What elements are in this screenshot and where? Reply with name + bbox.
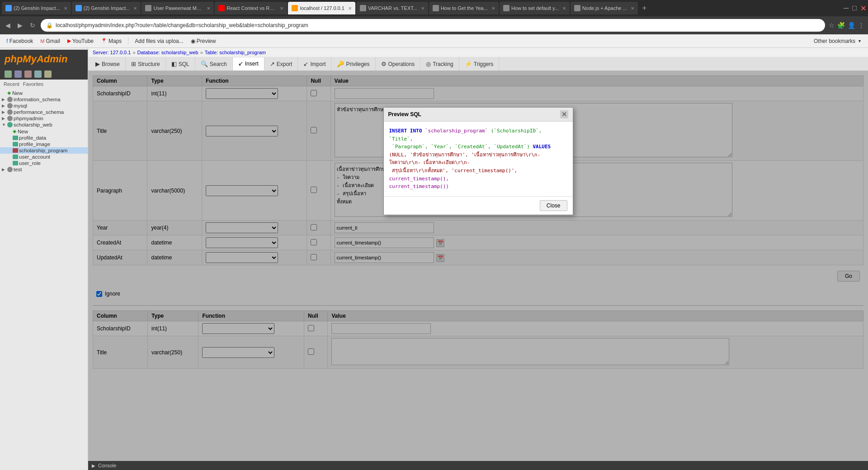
recent-tab[interactable]: Recent <box>4 81 19 87</box>
bookmark-gmail-label: Gmail <box>46 38 60 44</box>
console-label[interactable]: Console <box>98 463 116 468</box>
facebook-icon: f <box>6 38 8 44</box>
sidebar-item-performance-schema[interactable]: ▶ performance_schema <box>0 109 88 115</box>
sidebar-action-icons <box>0 69 88 80</box>
db-cylinder-icon <box>7 167 13 172</box>
tab-3[interactable]: User Paweenwat Me... ✕ <box>142 2 214 14</box>
tab-bar: (2) Genshin Impact... ✕ (2) Genshin Impa… <box>0 0 868 16</box>
tab-insert[interactable]: ↙ Insert <box>233 57 264 70</box>
favorites-tab[interactable]: Favorites <box>23 81 43 87</box>
tab-export[interactable]: ↗ Export <box>264 57 298 70</box>
modal-close-button[interactable]: Close <box>540 200 567 211</box>
gmail-icon: M <box>40 38 44 44</box>
tab-1[interactable]: (2) Genshin Impact... ✕ <box>2 2 71 14</box>
tab-1-title: (2) Genshin Impact... <box>14 5 60 11</box>
modal-close-x-button[interactable]: ✕ <box>560 110 568 118</box>
other-bookmarks[interactable]: Other bookmarks ▼ <box>811 37 864 45</box>
sidebar-item-scholarship-program[interactable]: scholarship_program <box>0 147 88 154</box>
tab-4-close[interactable]: ✕ <box>280 6 283 11</box>
bookmark-youtube[interactable]: ▶ YouTube <box>65 37 96 45</box>
db-tree: ◈ New ▶ information_schema ▶ mysql ▶ per… <box>0 89 88 174</box>
tab-operations[interactable]: ⚙ Operations <box>376 57 421 70</box>
tab-4-title: React Context vs Re... <box>226 5 276 11</box>
sidebar-item-phpmyadmin[interactable]: ▶ phpmyadmin <box>0 115 88 122</box>
new-tab-button[interactable]: + <box>639 4 650 12</box>
reload-button[interactable]: ↻ <box>28 22 37 29</box>
tab-triggers[interactable]: ⚡ Triggers <box>459 57 500 70</box>
sidebar-item-label: test <box>14 167 22 172</box>
preview-icon: ◉ <box>191 38 195 44</box>
tab-browse[interactable]: ▶ Browse <box>90 57 126 70</box>
more-icon[interactable] <box>44 70 52 78</box>
sidebar-item-profile-data[interactable]: profile_data <box>0 135 88 141</box>
sidebar-item-information-schema[interactable]: ▶ information_schema <box>0 96 88 103</box>
sidebar-item-mysql[interactable]: ▶ mysql <box>0 103 88 109</box>
maximize-button[interactable]: □ <box>852 4 857 12</box>
tab-2-close[interactable]: ✕ <box>133 6 137 11</box>
sidebar-item-new-sw[interactable]: ◈ New <box>0 128 88 135</box>
tab-sql[interactable]: ◧ SQL <box>166 57 195 70</box>
tab-search[interactable]: 🔍 Search <box>195 57 233 70</box>
address-input[interactable]: 🔒 localhost/phpmyadmin/index.php?route=/… <box>41 19 825 32</box>
sidebar-item-user-account[interactable]: user_account <box>0 154 88 160</box>
table-breadcrumb[interactable]: Table: scholarship_program <box>205 50 266 55</box>
tracking-icon: ◎ <box>426 61 431 67</box>
back-button[interactable]: ◀ <box>4 22 12 29</box>
tab-8-close[interactable]: ✕ <box>562 6 566 11</box>
sidebar-item-profile-image[interactable]: profile_image <box>0 141 88 147</box>
sidebar-item-test[interactable]: ▶ test <box>0 166 88 173</box>
tab-4[interactable]: React Context vs Re... ✕ <box>215 2 287 14</box>
db-cylinder-icon <box>7 116 13 121</box>
search-icon: 🔍 <box>201 61 208 67</box>
expand-icon: ▶ <box>2 116 6 121</box>
tab-tracking[interactable]: ◎ Tracking <box>420 57 459 70</box>
db-icon[interactable] <box>14 70 22 78</box>
sidebar-item-scholarship-web[interactable]: ▼ scholarship_web <box>0 122 88 128</box>
tab-8[interactable]: How to set default y... ✕ <box>500 2 570 14</box>
tab-9-close[interactable]: ✕ <box>631 6 634 11</box>
sql-icon[interactable] <box>24 70 32 78</box>
bookmark-star-icon[interactable]: ☆ <box>829 22 835 29</box>
tab-7-close[interactable]: ✕ <box>491 6 495 11</box>
tab-sql-label: SQL <box>179 61 189 67</box>
tab-3-close[interactable]: ✕ <box>207 6 210 11</box>
tab-2[interactable]: (2) Genshin Impact... ✕ <box>72 2 141 14</box>
bookmark-add-files[interactable]: Add files via uploa... <box>132 37 186 45</box>
bookmark-gmail[interactable]: M Gmail <box>38 37 63 45</box>
minimize-button[interactable]: ─ <box>844 4 849 12</box>
tab-5-close[interactable]: ✕ <box>348 6 352 11</box>
close-window-button[interactable]: ✕ <box>860 4 866 13</box>
tab-5-title: localhost / 127.0.0.1 <box>300 5 344 11</box>
tab-import[interactable]: ↙ Import <box>298 57 331 70</box>
bookmark-preview[interactable]: ◉ Preview <box>188 37 219 45</box>
pma-logo: phpMyAdmin <box>0 50 88 69</box>
bookmark-facebook[interactable]: f Facebook <box>4 37 36 45</box>
tab-privileges[interactable]: 🔑 Privileges <box>331 57 375 70</box>
tab-6-close[interactable]: ✕ <box>421 6 425 11</box>
sidebar-item-label: scholarship_program <box>19 148 67 153</box>
bookmark-maps[interactable]: 📍 Maps <box>98 37 124 45</box>
menu-icon[interactable]: ⋮ <box>858 22 864 29</box>
profile-icon[interactable]: 👤 <box>848 22 855 29</box>
browser-chrome: (2) Genshin Impact... ✕ (2) Genshin Impa… <box>0 0 868 48</box>
tab-9[interactable]: Node.js + Apache ... ✕ <box>571 2 638 14</box>
tab-6[interactable]: VARCHAR vs. TEXT... ✕ <box>356 2 428 14</box>
settings-icon[interactable] <box>34 70 42 78</box>
sql-insert-keyword: INSERT INTO <box>389 128 422 134</box>
server-breadcrumb[interactable]: Server: 127.0.0.1 <box>93 50 131 55</box>
import-icon: ↙ <box>303 61 308 67</box>
tab-structure[interactable]: ⊞ Structure <box>126 57 166 70</box>
extension-icon[interactable]: 🧩 <box>837 22 845 29</box>
sidebar-item-user-role[interactable]: user_role <box>0 160 88 166</box>
sidebar-item-new-root[interactable]: ◈ New <box>0 89 88 96</box>
bookmark-maps-label: Maps <box>108 38 122 44</box>
tab-1-close[interactable]: ✕ <box>64 6 67 11</box>
tab-3-title: User Paweenwat Me... <box>153 5 203 11</box>
insert-icon: ↙ <box>238 60 243 67</box>
forward-button[interactable]: ▶ <box>16 22 24 29</box>
home-icon[interactable] <box>5 70 12 78</box>
db-breadcrumb[interactable]: Database: scholarship_web <box>137 50 198 55</box>
table-icon <box>13 142 18 146</box>
tab-5[interactable]: localhost / 127.0.0.1 ✕ <box>288 2 355 14</box>
tab-7[interactable]: How to Get the Yea... ✕ <box>429 2 499 14</box>
